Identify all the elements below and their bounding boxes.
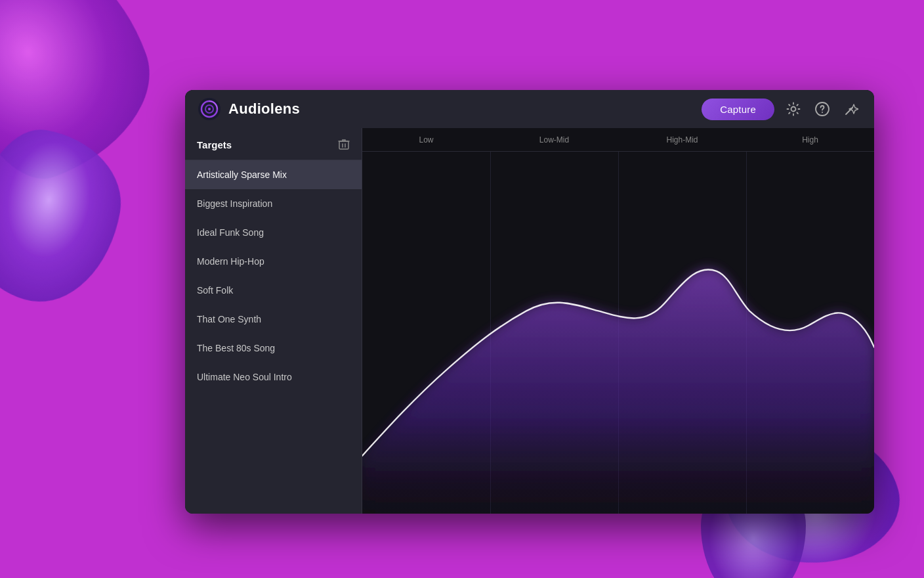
freq-label-0: Low: [362, 135, 490, 144]
title-bar: Audiolens Capture: [185, 90, 874, 128]
app-window: Audiolens Capture: [185, 90, 874, 514]
title-right: Capture: [702, 99, 861, 120]
spectrum-area: LowLow-MidHigh-MidHigh: [362, 128, 874, 514]
sidebar-header: Targets: [185, 128, 362, 160]
sidebar: Targets Artistically Sparse MixBiggest I…: [185, 128, 362, 514]
target-item-7[interactable]: Ultimate Neo Soul Intro: [185, 363, 362, 391]
target-item-6[interactable]: The Best 80s Song: [185, 334, 362, 363]
freq-label-2: High-Mid: [618, 135, 746, 144]
trash-icon: [338, 139, 350, 150]
gear-icon: [786, 102, 801, 116]
svg-point-4: [791, 107, 796, 112]
freq-label-1: Low-Mid: [490, 135, 618, 144]
svg-point-6: [822, 112, 823, 113]
sidebar-title: Targets: [197, 139, 232, 150]
freq-label-3: High: [746, 135, 874, 144]
wand-icon: [844, 102, 858, 116]
capture-button[interactable]: Capture: [702, 99, 774, 120]
target-item-0[interactable]: Artistically Sparse Mix: [185, 160, 362, 189]
bg-blob-top-left: [0, 0, 175, 196]
settings-button[interactable]: [784, 99, 803, 119]
spectrum-curve: [362, 152, 874, 514]
main-content: Targets Artistically Sparse MixBiggest I…: [185, 128, 874, 514]
svg-rect-7: [339, 141, 348, 149]
help-button[interactable]: [812, 99, 832, 119]
target-item-5[interactable]: That One Synth: [185, 305, 362, 334]
app-title: Audiolens: [228, 100, 300, 118]
target-item-3[interactable]: Modern Hip-Hop: [185, 247, 362, 276]
freq-labels: LowLow-MidHigh-MidHigh: [362, 128, 874, 152]
wand-button[interactable]: [841, 99, 861, 119]
bg-blob-mid-left: [0, 120, 132, 313]
target-item-4[interactable]: Soft Folk: [185, 276, 362, 305]
help-icon: [815, 102, 830, 116]
app-logo: [198, 98, 220, 120]
target-item-1[interactable]: Biggest Inspiration: [185, 189, 362, 218]
title-left: Audiolens: [198, 98, 300, 120]
delete-target-button[interactable]: [338, 139, 350, 150]
target-list: Artistically Sparse MixBiggest Inspirati…: [185, 160, 362, 514]
svg-point-3: [208, 108, 211, 110]
target-item-2[interactable]: Ideal Funk Song: [185, 218, 362, 247]
